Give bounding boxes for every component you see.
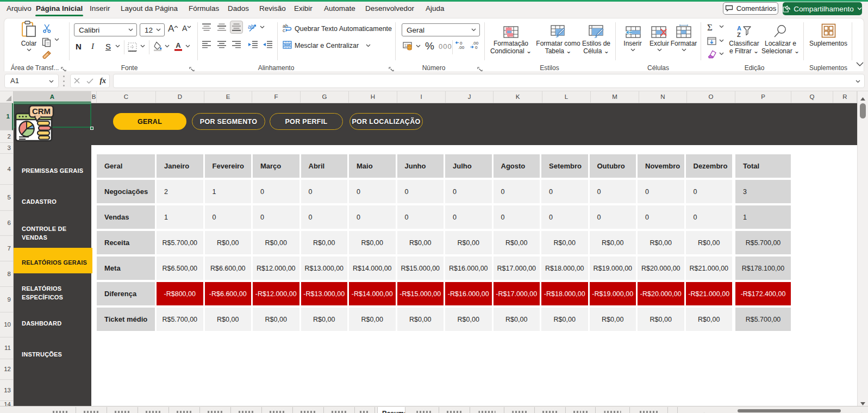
table-cell[interactable]: R$0,00	[686, 231, 733, 254]
table-header-setembro[interactable]: Setembro	[541, 154, 588, 178]
sheet-tab[interactable]	[107, 407, 138, 413]
menu-tab-inserir[interactable]: Inserir	[89, 2, 111, 16]
table-cell[interactable]: R$18.000,00	[541, 256, 588, 280]
select-all-corner[interactable]	[0, 91, 14, 103]
formula-input[interactable]	[113, 74, 865, 88]
table-row-label-receita[interactable]: Receita	[97, 231, 155, 254]
italic-button[interactable]: I	[91, 42, 94, 51]
font-name-combobox[interactable]: Calibri	[74, 23, 137, 36]
column-header-O[interactable]: O	[687, 91, 735, 103]
menu-tab-ajuda[interactable]: Ajuda	[424, 2, 446, 16]
table-cell[interactable]: 0	[445, 205, 492, 229]
table-cell[interactable]: 0	[397, 205, 444, 229]
merge-center-button[interactable]: Mesclar e Centralizar	[283, 41, 371, 51]
underline-button[interactable]: S	[105, 42, 111, 51]
sheet-tab[interactable]	[293, 407, 324, 413]
table-cell[interactable]: 1	[205, 180, 252, 203]
copy-chevron-icon[interactable]	[54, 38, 59, 41]
table-cell[interactable]: 0	[590, 205, 636, 229]
accounting-format-button[interactable]: 123	[403, 41, 413, 51]
table-cell-total[interactable]: 3	[735, 180, 791, 203]
table-cell[interactable]: R$20.000,00	[638, 256, 684, 280]
table-cell[interactable]: R$0,00	[301, 308, 348, 331]
sheet-tab[interactable]	[668, 407, 678, 413]
table-row-label-vendas[interactable]: Vendas	[97, 205, 155, 229]
filter-pill-por-localiza-o[interactable]: POR LOCALIZAÇÃO	[349, 113, 423, 130]
row-header-3[interactable]: 3	[0, 143, 13, 154]
vertical-scroll-thumb[interactable]	[860, 103, 866, 118]
table-cell[interactable]: -R$14.000,00	[349, 282, 396, 305]
table-cell[interactable]: R$13.000,00	[301, 256, 348, 280]
sheet-tab[interactable]	[596, 407, 630, 413]
table-cell[interactable]: 0	[541, 205, 588, 229]
comma-style-button[interactable]: 000	[439, 42, 452, 51]
table-cell[interactable]: R$0,00	[638, 308, 684, 331]
sheet-tab[interactable]	[504, 407, 535, 413]
sheet-tab[interactable]	[231, 407, 262, 413]
table-cell[interactable]: -R$16.000,00	[445, 282, 492, 305]
sheet-tab[interactable]	[169, 407, 200, 413]
table-cell[interactable]: R$21.000,00	[686, 256, 733, 280]
column-header-B[interactable]: B	[91, 91, 97, 103]
table-cell[interactable]: 0	[638, 180, 684, 203]
table-cell-total[interactable]: R$5.700,00	[735, 231, 791, 254]
sidebar-item-instru-es[interactable]: INSTRUÇÕES	[22, 350, 88, 359]
cell-styles-button[interactable]: Estilos de Célula ⌄	[579, 22, 613, 55]
table-cell[interactable]: R$5.700,00	[157, 308, 203, 331]
table-cell[interactable]: R$0,00	[590, 308, 636, 331]
table-cell[interactable]: R$0,00	[397, 308, 444, 331]
increase-decimal-button[interactable]: 0.00	[455, 41, 464, 49]
align-right-button[interactable]	[232, 41, 241, 48]
orientation-button[interactable]: ab	[247, 23, 258, 32]
table-cell-total[interactable]: 1	[735, 205, 791, 229]
column-header-E[interactable]: E	[204, 91, 252, 103]
collapse-ribbon-button[interactable]	[856, 62, 864, 67]
table-cell-total[interactable]: R$5.700,00	[735, 308, 791, 331]
font-dialog-launcher[interactable]	[189, 65, 196, 71]
column-header-R[interactable]: R	[833, 91, 857, 103]
table-header-geral[interactable]: Geral	[97, 154, 155, 178]
row-header-5[interactable]: 5	[0, 185, 13, 211]
table-cell[interactable]: -R$6.600,00	[205, 282, 252, 305]
bold-button[interactable]: N	[76, 42, 82, 51]
menu-tab-dados[interactable]: Dados	[227, 2, 250, 16]
table-cell[interactable]: R$6.500,00	[157, 256, 203, 280]
align-middle-button[interactable]	[217, 23, 226, 31]
sheet-tab[interactable]	[470, 407, 504, 413]
sidebar-item-controle-de-vendas[interactable]: CONTROLE DE VENDAS	[22, 224, 88, 242]
font-color-chevron-icon[interactable]	[185, 45, 190, 48]
table-cell[interactable]: 0	[349, 205, 396, 229]
share-button[interactable]: Compartilhamento	[783, 2, 862, 15]
sheet-tab[interactable]	[200, 407, 231, 413]
align-top-button[interactable]	[202, 23, 211, 31]
table-cell[interactable]: R$12.000,00	[253, 256, 299, 280]
table-header-fevereiro[interactable]: Fevereiro	[205, 154, 252, 178]
decrease-font-button[interactable]: A	[182, 24, 191, 33]
font-size-combobox[interactable]: 12	[140, 23, 165, 36]
table-cell[interactable]: R$0,00	[349, 308, 396, 331]
enter-icon[interactable]	[86, 76, 93, 86]
font-color-button[interactable]: A	[174, 41, 183, 51]
table-cell[interactable]: R$0,00	[494, 231, 540, 254]
table-cell[interactable]: R$0,00	[253, 308, 299, 331]
table-cell[interactable]: R$0,00	[494, 308, 540, 331]
format-painter-button[interactable]	[42, 50, 52, 59]
table-cell[interactable]: R$0,00	[397, 231, 444, 254]
row-header-1[interactable]: 1	[0, 103, 13, 130]
orientation-chevron-icon[interactable]	[260, 26, 265, 29]
row-header-13[interactable]: 13	[0, 380, 13, 401]
clear-chevron-icon[interactable]	[719, 52, 724, 55]
table-cell[interactable]: R$0,00	[301, 231, 348, 254]
row-header-11[interactable]: 11	[0, 337, 13, 359]
filter-pill-por-segmento[interactable]: POR SEGMENTO	[192, 113, 265, 130]
table-cell[interactable]: 0	[590, 180, 636, 203]
row-header-2[interactable]: 2	[0, 130, 13, 143]
insert-cells-button[interactable]: Inserir	[621, 22, 645, 52]
column-header-G[interactable]: G	[301, 91, 349, 103]
increase-font-button[interactable]: A	[168, 23, 178, 34]
cut-button[interactable]	[42, 24, 52, 33]
menu-tab-f-rmulas[interactable]: Fórmulas	[188, 2, 220, 16]
table-header-junho[interactable]: Junho	[397, 154, 444, 178]
menu-tab-desenvolvedor[interactable]: Desenvolvedor	[364, 2, 415, 16]
sheet-tab[interactable]	[439, 407, 470, 413]
